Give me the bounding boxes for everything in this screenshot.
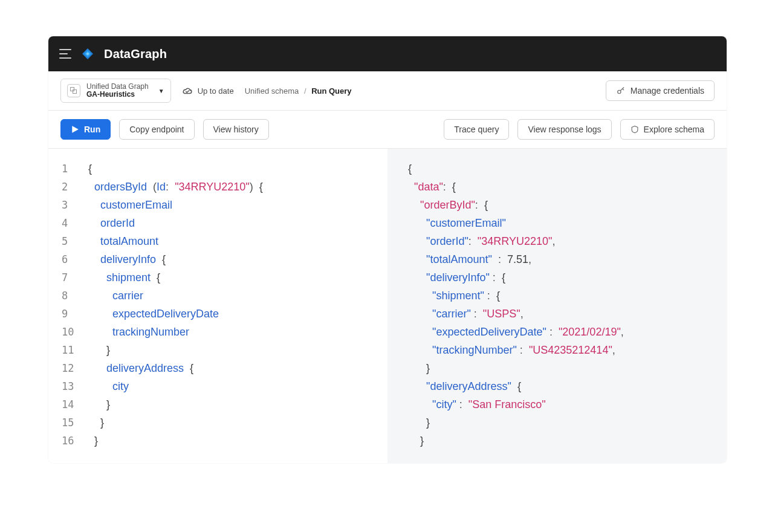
actionbar: Run Copy endpoint View history Trace que… [48, 111, 727, 149]
schema-icon [631, 125, 639, 134]
view-response-logs-button[interactable]: View response logs [517, 119, 611, 140]
view-history-button[interactable]: View history [203, 119, 269, 140]
brand-name: DataGraph [104, 47, 167, 61]
line-gutter: 1 2 3 4 5 6 7 8 9 10 11 12 13 14 15 16 [48, 149, 77, 463]
sync-status: Up to date [182, 85, 234, 96]
caret-down-icon: ▼ [158, 88, 164, 94]
graph-icon [67, 84, 80, 97]
graph-selector-line2: GA-Heuristics [86, 91, 149, 99]
svg-rect-3 [71, 88, 74, 91]
response-pane[interactable]: { "data": { "orderById": { "customerEmai… [388, 149, 727, 463]
manage-credentials-button[interactable]: Manage credentials [606, 80, 715, 101]
sync-status-label: Up to date [198, 86, 234, 96]
cloud-check-icon [182, 85, 193, 96]
query-code[interactable]: { ordersById (Id: "34RRYU2210") { custom… [77, 149, 388, 463]
svg-marker-6 [72, 126, 78, 134]
run-button[interactable]: Run [60, 119, 111, 140]
breadcrumb-current: Run Query [311, 86, 351, 96]
breadcrumb-parent[interactable]: Unified schema [245, 86, 299, 96]
breadcrumb-separator: / [304, 86, 306, 96]
logo-icon [80, 46, 96, 62]
graph-selector[interactable]: Unified Data Graph GA-Heuristics ▼ [60, 79, 171, 103]
topbar: DataGraph [48, 36, 727, 71]
svg-rect-4 [73, 90, 77, 94]
menu-icon[interactable] [59, 49, 71, 59]
query-pane[interactable]: 1 2 3 4 5 6 7 8 9 10 11 12 13 14 15 16 {… [48, 149, 388, 463]
trace-query-button[interactable]: Trace query [444, 119, 509, 140]
app-frame: DataGraph Unified Data Graph GA-Heuristi… [48, 36, 727, 463]
copy-endpoint-button[interactable]: Copy endpoint [119, 119, 194, 140]
key-icon [616, 86, 626, 96]
subbar: Unified Data Graph GA-Heuristics ▼ Up to… [48, 71, 727, 111]
explore-schema-button[interactable]: Explore schema [620, 119, 715, 140]
breadcrumb: Unified schema / Run Query [245, 86, 352, 96]
play-icon [71, 125, 79, 134]
editor-area: 1 2 3 4 5 6 7 8 9 10 11 12 13 14 15 16 {… [48, 149, 727, 463]
